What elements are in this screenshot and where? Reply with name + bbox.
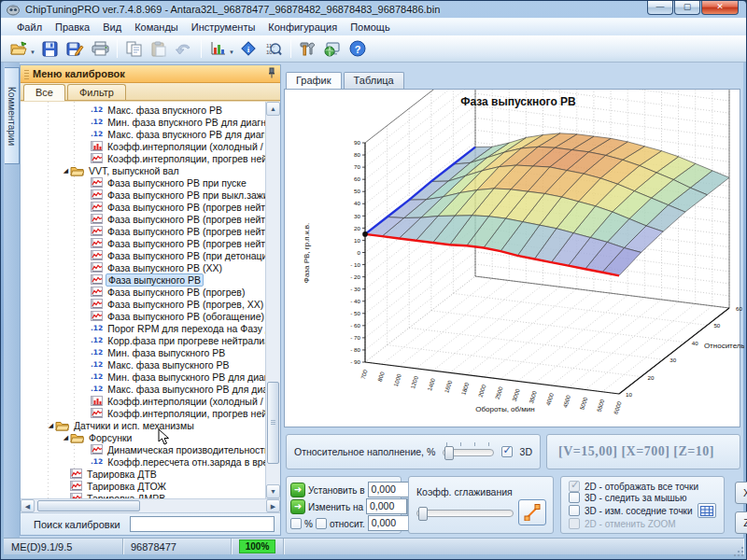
- tree-folder[interactable]: ◢VVT, выпускной вал: [21, 164, 265, 176]
- tree-expand-icon[interactable]: ◢: [47, 422, 55, 429]
- tree-item[interactable]: Фаза выпускного РВ (при детонации): [21, 249, 265, 261]
- tree-item[interactable]: Фаза выпускного РВ (прогрев нейтрал., ХХ…: [21, 225, 265, 237]
- axis-button-z[interactable]: Z: [735, 511, 747, 534]
- relative-value[interactable]: 0,000: [368, 515, 409, 531]
- menu-4[interactable]: Инструменты: [185, 20, 262, 35]
- menu-6[interactable]: Помощь: [344, 20, 397, 35]
- option-checkbox-2[interactable]: [569, 505, 580, 516]
- menu-5[interactable]: Конфигурация: [261, 20, 344, 35]
- tree-item[interactable]: Фаза выпускного РВ (прогрев нейтрал., ХХ…: [21, 237, 265, 249]
- relative-checkbox[interactable]: [316, 518, 327, 529]
- tree-item[interactable]: Коэфф.интерполяции (холодный / горячий ): [21, 140, 265, 152]
- interpolate-button[interactable]: [518, 499, 546, 525]
- option-row-1: 3D - следить за мышью: [569, 492, 720, 503]
- save-as-icon[interactable]: [63, 37, 88, 61]
- axis-button-x[interactable]: X: [735, 482, 747, 504]
- undo-icon[interactable]: [172, 37, 197, 61]
- calibration-search-input[interactable]: [130, 516, 275, 532]
- tree-item[interactable]: Фаза выпускного РВ (прогрев нейтрал., хо…: [21, 213, 265, 225]
- open-icon[interactable]: [7, 37, 32, 61]
- tree-item[interactable]: Фаза выпускного РВ (обогащение): [21, 310, 265, 322]
- chart-icon[interactable]: [205, 37, 231, 61]
- apply-set-button[interactable]: ➜: [290, 483, 305, 497]
- tree-item[interactable]: .12Макс. фаза выпускного РВ: [21, 358, 265, 371]
- tree-vertical-scrollbar[interactable]: ▲ ▼: [265, 102, 280, 498]
- tree-folder[interactable]: ◢Форсунки: [21, 431, 265, 443]
- scroll-down-button[interactable]: ▼: [266, 484, 280, 498]
- tree-horizontal-scrollbar[interactable]: ◀ ▶: [21, 498, 280, 512]
- copy-icon[interactable]: [121, 37, 147, 61]
- hscrollbar-thumb[interactable]: [37, 500, 140, 511]
- chart-dropdown-arrow[interactable]: ▼: [229, 49, 234, 55]
- tree-item[interactable]: Тарировка ДТОЖ: [21, 480, 265, 492]
- change-value[interactable]: 0,000: [366, 498, 407, 514]
- tree-item[interactable]: Коэфф.интерполяции (холодный / горячий ): [21, 395, 265, 407]
- minimize-button[interactable]: —: [647, 1, 673, 15]
- menu-2[interactable]: Вид: [96, 20, 128, 35]
- save-icon[interactable]: [37, 37, 63, 61]
- slider-track[interactable]: [416, 510, 514, 517]
- slider-handle[interactable]: [418, 507, 428, 521]
- tree-item[interactable]: .12Мин. фаза впускного РВ для диагностик…: [21, 116, 265, 128]
- scroll-right-button[interactable]: ▶: [266, 499, 280, 512]
- web-icon[interactable]: [320, 37, 345, 61]
- tools-icon[interactable]: [295, 37, 320, 61]
- tree-expand-icon[interactable]: ◢: [62, 434, 70, 441]
- tree-item[interactable]: .12Мин. фаза выпускного РВ для диагности…: [21, 371, 265, 383]
- chart-tab-график[interactable]: График: [286, 72, 342, 90]
- tree-item[interactable]: Фаза выпускного РВ (прогрев, ХХ): [21, 298, 265, 310]
- slider-handle[interactable]: [444, 446, 454, 460]
- scrollbar-thumb[interactable]: [267, 382, 279, 464]
- option-row-0: 2D - отображать все точки: [569, 481, 720, 492]
- title-bar[interactable]: ChipTuningPRO ver.7.4.8.969 - Antara32L_…: [1, 1, 746, 18]
- info-icon[interactable]: i: [236, 37, 261, 61]
- tree-expand-icon[interactable]: ◢: [62, 167, 70, 175]
- menu-0[interactable]: Файл: [10, 20, 49, 35]
- chart-area[interactable]: - 90- 80- 70- 60- 50- 40- 30- 20- 100102…: [284, 89, 740, 427]
- fill-slider[interactable]: [443, 442, 493, 461]
- tree-item[interactable]: .12Коэфф.пересчета отн.заряда в время вп…: [21, 455, 265, 468]
- tree-item[interactable]: Фаза выпускного РВ (ХХ): [21, 261, 265, 273]
- tree-item[interactable]: Фаза выпускного РВ при выкл.зажигания: [21, 189, 265, 201]
- scroll-up-button[interactable]: ▲: [266, 102, 280, 116]
- tree-item[interactable]: Динамическая производительность: [21, 443, 265, 455]
- menu-3[interactable]: Команды: [128, 20, 185, 35]
- tree-item[interactable]: .12Мин. фаза выпускного РВ: [21, 346, 265, 358]
- comments-side-tab[interactable]: Комментарии: [5, 67, 20, 164]
- close-button[interactable]: ✕: [701, 1, 739, 15]
- maximize-button[interactable]: ▢: [674, 1, 700, 15]
- grid-points-icon[interactable]: [698, 503, 716, 518]
- tree-item[interactable]: Тарировка ДТВ: [21, 468, 265, 480]
- set-value[interactable]: 0,000: [368, 482, 409, 497]
- percent-checkbox[interactable]: [290, 518, 302, 529]
- verify-icon[interactable]: 110101: [261, 37, 287, 61]
- calib-tab-0[interactable]: Все: [23, 84, 65, 101]
- tree-item[interactable]: Тарировка ДМРВ: [21, 492, 265, 498]
- tree-item[interactable]: .12Корр.фаза при прогреве нейтрализатора: [21, 334, 265, 346]
- menu-1[interactable]: Правка: [49, 20, 96, 35]
- tree-item[interactable]: Коэфф.интерполяции, прогрев нейтр. (холо…: [21, 152, 265, 164]
- tree-item[interactable]: .12Макс. фаза впускного РВ для диагности…: [21, 128, 265, 140]
- tree-item[interactable]: .12Макс. фаза выпускного РВ для диагност…: [21, 383, 265, 395]
- tree-folder[interactable]: ◢Датчики и исп. механизмы: [21, 419, 265, 431]
- print-icon[interactable]: [88, 37, 113, 61]
- open-dropdown-arrow[interactable]: ▼: [30, 49, 35, 55]
- tree-item[interactable]: Фаза выпускного РВ (прогрев): [21, 286, 265, 298]
- tree-item[interactable]: Фаза выпускного РВ при пуске: [21, 176, 265, 189]
- tree-item[interactable]: .12Порог RPM для перехода на Фазу для ре…: [21, 322, 265, 334]
- tree-item[interactable]: Фаза выпускного РВ (прогрев нейтрализато…: [21, 201, 265, 213]
- tree-item[interactable]: .12Макс. фаза впускного РВ: [21, 104, 265, 116]
- resize-grip[interactable]: [732, 545, 745, 558]
- option-checkbox-1[interactable]: [569, 492, 580, 503]
- scroll-left-button[interactable]: ◀: [21, 499, 35, 512]
- calib-tab-1[interactable]: Фильтр: [67, 84, 126, 100]
- help-icon[interactable]: ?: [345, 37, 371, 61]
- 3d-checkbox[interactable]: [501, 446, 513, 457]
- tree-item[interactable]: Фаза выпускного РВ: [21, 273, 265, 286]
- chart-tab-таблица[interactable]: Таблица: [344, 72, 404, 89]
- pin-icon[interactable]: [267, 67, 276, 80]
- tree-item[interactable]: Коэфф.интерполяции, прогрев нейтр. (холо…: [21, 407, 265, 419]
- apply-change-button[interactable]: ➜: [290, 499, 305, 514]
- smoothing-slider[interactable]: [416, 503, 514, 522]
- paste-icon[interactable]: [147, 37, 172, 61]
